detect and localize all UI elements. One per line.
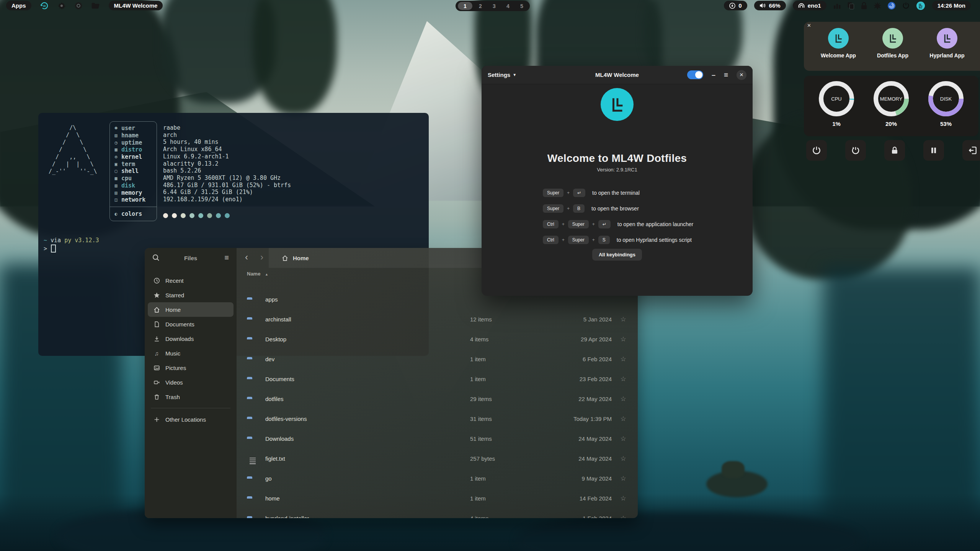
file-row[interactable]: go1 item9 May 2024☆ (240, 469, 635, 487)
file-row[interactable]: Downloads51 items24 May 2024☆ (240, 429, 635, 448)
close-button[interactable]: ✕ (737, 70, 746, 80)
picture-icon (153, 365, 160, 371)
memory-percent: 20% (870, 121, 912, 127)
sort-ascending-icon: ▲ (265, 272, 268, 276)
star-toggle-icon[interactable]: ☆ (612, 474, 635, 483)
file-row[interactable]: dev1 item6 Feb 2024☆ (240, 350, 635, 368)
sidebar-item-videos[interactable]: Videos (148, 375, 234, 390)
star-toggle-icon[interactable]: ☆ (612, 315, 635, 323)
cpu-percent: 1% (815, 121, 858, 127)
restart-icon (851, 145, 861, 155)
workspace-5[interactable]: 5 (516, 2, 528, 10)
plus-icon (153, 416, 160, 423)
shell-prompt[interactable]: > (44, 245, 56, 253)
file-row[interactable]: dotfiles29 items22 May 2024☆ (240, 390, 635, 408)
settings-circle-icon[interactable] (887, 2, 896, 10)
ml4w-logo-icon[interactable] (916, 1, 925, 10)
speaker-icon (760, 3, 766, 8)
file-row[interactable]: hyprland-installer4 items1 Feb 2024☆ (240, 509, 635, 518)
volume-module[interactable]: 66% (754, 1, 786, 10)
keybinding-list: Super+↵ to open the terminal Super+B to … (543, 187, 693, 245)
clipboard-icon[interactable] (847, 2, 854, 10)
logout-button[interactable] (962, 140, 980, 161)
forward-button[interactable]: › (260, 253, 263, 262)
terminal-cursor (51, 245, 56, 253)
file-row[interactable]: home1 item14 Feb 2024☆ (240, 489, 635, 507)
sidebar-item-other-locations[interactable]: Other Locations (148, 412, 234, 427)
welcome-app-launcher[interactable]: Welcome App (815, 28, 861, 59)
star-toggle-icon[interactable]: ☆ (612, 415, 635, 423)
file-row[interactable]: dotfiles-versions31 itemsToday 1:39 PM☆ (240, 409, 635, 428)
dotfiles-app-launcher[interactable]: Dotfiles App (870, 28, 916, 59)
stats-icon[interactable] (833, 2, 841, 9)
menu-icon[interactable]: ≡ (224, 254, 229, 261)
uptime-icon: ◷ (113, 140, 119, 145)
home-icon (282, 255, 288, 261)
star-toggle-icon[interactable]: ☆ (612, 514, 635, 518)
star-toggle-icon[interactable]: ☆ (612, 494, 635, 502)
autostart-toggle[interactable] (687, 70, 703, 79)
sidebar-item-music[interactable]: ♫ Music (148, 346, 234, 360)
sidebar-item-trash[interactable]: Trash (148, 390, 234, 404)
keybinding-row: Ctrl+Super+S to open Hyprland settings s… (543, 235, 693, 245)
shutdown-button[interactable] (806, 140, 827, 161)
clock-icon (153, 277, 160, 284)
sidebar-item-downloads[interactable]: Downloads (148, 331, 234, 346)
settings-menu-button[interactable]: Settings ▼ (488, 72, 516, 78)
workspace-2[interactable]: 2 (475, 2, 486, 10)
sidebar-item-starred[interactable]: Starred (148, 288, 234, 302)
keybinding-row: Ctrl+Super+↵ to open the application lau… (543, 219, 693, 230)
star-toggle-icon[interactable]: ☆ (612, 335, 635, 343)
logout-icon (968, 145, 978, 155)
focused-window-title[interactable]: ML4W Welcome (109, 1, 163, 10)
ai-update-icon[interactable]: AI (40, 1, 49, 10)
network-module[interactable]: eno1 (793, 1, 826, 10)
hyprland-app-launcher[interactable]: Hyprland App (924, 28, 970, 59)
lock-icon[interactable] (861, 2, 867, 10)
ml4w-welcome-window[interactable]: Settings ▼ ML4W Welcome – ≡ ✕ Welcome to… (482, 66, 753, 296)
panel-power-actions (806, 140, 980, 161)
gear-icon[interactable] (57, 2, 66, 10)
ml4w-logo (601, 88, 634, 121)
column-header-name[interactable]: Name ▲ (247, 271, 268, 277)
welcome-titlebar: Settings ▼ ML4W Welcome – ≡ ✕ (482, 66, 753, 84)
power-icon (812, 145, 822, 155)
pause-icon (929, 146, 938, 155)
star-toggle-icon[interactable]: ☆ (612, 455, 635, 463)
reboot-button[interactable] (845, 140, 866, 161)
updates-module[interactable]: 0 (724, 1, 747, 10)
suspend-button[interactable] (923, 140, 944, 161)
minimize-button[interactable]: – (712, 73, 715, 77)
files-sidebar: Files ≡ Recent Starred Home Documents Do… (145, 248, 237, 518)
all-keybindings-button[interactable]: All keybindings (592, 249, 642, 261)
clock-module[interactable]: 14:26 Mon (932, 1, 971, 10)
back-button[interactable]: ‹ (245, 253, 248, 262)
star-toggle-icon[interactable]: ☆ (612, 375, 635, 383)
star-toggle-icon[interactable]: ☆ (612, 435, 635, 443)
folder-icon[interactable] (91, 2, 100, 10)
lock-button[interactable] (884, 140, 905, 161)
workspace-3[interactable]: 3 (488, 2, 500, 10)
sidebar-item-pictures[interactable]: Pictures (148, 360, 234, 375)
memory-icon: ▤ (113, 190, 119, 196)
menu-icon[interactable]: ≡ (724, 71, 728, 79)
burst-icon[interactable] (874, 2, 881, 10)
apps-menu-button[interactable]: Apps (6, 1, 31, 10)
sidebar-item-recent[interactable]: Recent (148, 273, 234, 288)
cpu-gauge: CPU 1% (815, 79, 858, 127)
file-row[interactable]: Documents1 item23 Feb 2024☆ (240, 370, 635, 388)
sidebar-item-documents[interactable]: Documents (148, 317, 234, 331)
star-toggle-icon[interactable]: ☆ (612, 355, 635, 363)
sidebar-item-home[interactable]: Home (148, 302, 234, 317)
chrome-icon[interactable] (74, 2, 83, 10)
close-icon[interactable]: ✕ (807, 23, 811, 28)
file-row[interactable]: figlet.txt257 bytes24 May 2024☆ (240, 449, 635, 468)
star-toggle-icon[interactable]: ☆ (612, 395, 635, 403)
workspace-1[interactable]: 1 (458, 2, 472, 10)
panel-apps-section: ✕ Welcome App Dotfiles App Hyprland App (804, 22, 980, 71)
power-icon[interactable] (902, 2, 910, 10)
file-row[interactable]: archinstall12 items5 Jan 2024☆ (240, 310, 635, 328)
workspace-4[interactable]: 4 (502, 2, 514, 10)
file-row[interactable]: Desktop4 items29 Apr 2024☆ (240, 330, 635, 348)
hyprland-app-icon (937, 28, 957, 49)
